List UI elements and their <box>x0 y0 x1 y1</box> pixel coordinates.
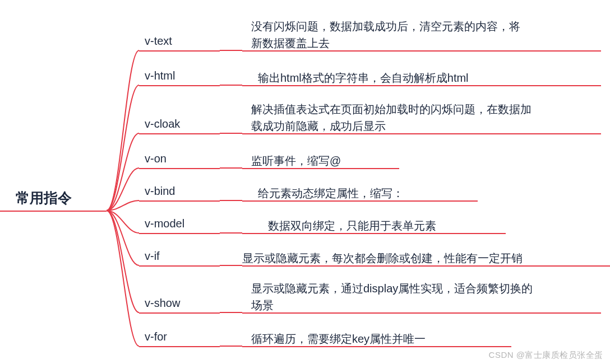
branch-label-v-cloak: v-cloak <box>145 118 180 130</box>
branch-underline <box>139 50 220 52</box>
desc-underline <box>242 312 601 314</box>
desc-underline <box>242 85 601 86</box>
branch-label-v-html: v-html <box>145 69 175 82</box>
branch-label-v-on: v-on <box>145 152 167 165</box>
branch-desc-v-for: 循环遍历，需要绑定key属性并唯一 <box>251 333 426 345</box>
branch-label-v-for: v-for <box>145 330 167 343</box>
branch-desc-v-text: 没有闪烁问题，数据加载成功后，清空元素的内容，将新数据覆盖上去 <box>251 20 520 49</box>
branch-underline <box>139 133 220 134</box>
root-title: 常用指令 <box>16 189 72 207</box>
branch-underline <box>139 265 220 267</box>
branch-desc-v-html: 输出html格式的字符串，会自动解析成html <box>258 72 469 84</box>
branch-underline <box>139 346 220 347</box>
branch-label-v-if: v-if <box>145 250 160 262</box>
desc-underline <box>242 265 610 267</box>
branch-desc-v-show: 显示或隐藏元素，通过display属性实现，适合频繁切换的场景 <box>251 282 533 311</box>
root-underline <box>0 211 107 212</box>
branch-underline <box>139 233 220 234</box>
branch-label-v-model: v-model <box>145 217 184 230</box>
desc-underline <box>242 200 478 202</box>
branch-underline <box>139 200 220 202</box>
watermark-text: CSDN @富士康质检员张全蛋 <box>489 350 603 361</box>
desc-underline <box>242 133 601 134</box>
branch-desc-v-on: 监听事件，缩写@ <box>251 155 341 167</box>
branch-desc-v-if: 显示或隐藏元素，每次都会删除或创建，性能有一定开销 <box>242 252 523 264</box>
branch-underline <box>139 85 220 86</box>
branch-label-v-show: v-show <box>145 297 180 309</box>
branch-desc-v-model: 数据双向绑定，只能用于表单元素 <box>268 220 436 232</box>
branch-label-v-text: v-text <box>145 35 172 47</box>
branch-underline <box>139 312 220 314</box>
branch-label-v-bind: v-bind <box>145 185 175 197</box>
desc-underline <box>242 233 506 234</box>
desc-underline <box>242 50 601 52</box>
desc-underline <box>242 168 399 169</box>
branch-underline <box>139 168 220 169</box>
branch-desc-v-cloak: 解决插值表达式在页面初始加载时的闪烁问题，在数据加载成功前隐藏，成功后显示 <box>251 103 532 132</box>
branch-desc-v-bind: 给元素动态绑定属性，缩写： <box>258 187 404 199</box>
desc-underline <box>242 346 511 347</box>
